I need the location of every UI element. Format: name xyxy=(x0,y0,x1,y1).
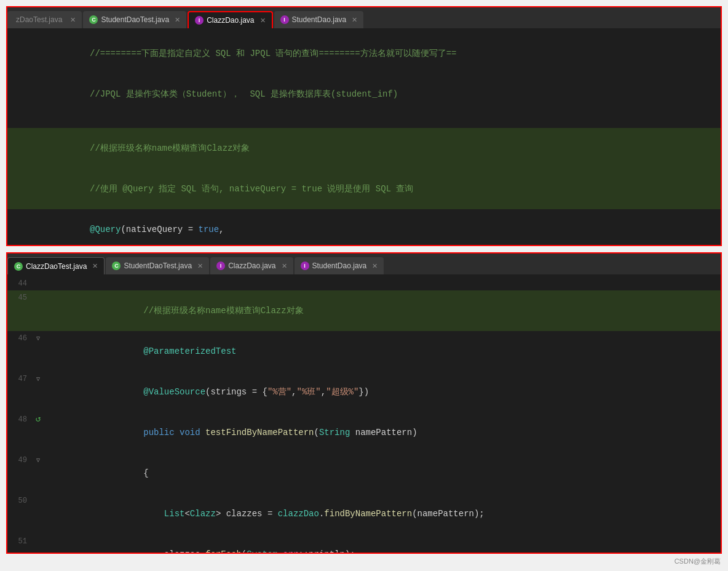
tab-icon-clazzdaotest: C xyxy=(14,262,23,271)
code-line-49: 49 ▽ { xyxy=(7,453,721,493)
line-num-45: 45 xyxy=(7,291,32,305)
code-content-6: @Query(nativeQuery = true, xyxy=(32,209,721,245)
tab-close-studentdaotest-top[interactable]: ✕ xyxy=(175,16,180,24)
tab-studentdaotest-top[interactable]: C StudentDaoTest.java ✕ xyxy=(83,11,186,28)
tab-icon-studentdaotest-top: C xyxy=(89,15,98,24)
tab-icon-clazzdao-bot: I xyxy=(216,262,225,270)
tab-label-studentdao-bot: StudentDao.java xyxy=(312,262,367,270)
code-line-47: 47 ▽ @ValueSource(strings = {"%营","%班","… xyxy=(7,372,721,412)
tab-close-zdaotest[interactable]: ✕ xyxy=(70,16,76,24)
gutter-47: ▽ xyxy=(32,373,44,386)
comment-2: //JPQL 是操作实体类（Student）， SQL 是操作数据库表(stud… xyxy=(90,89,398,99)
code-line-46: 46 ▽ @ParameterizedTest xyxy=(7,331,721,372)
code-line-51: 51 clazzes.forEach(System.err::println); xyxy=(7,534,721,553)
tab-close-studentdao-bot[interactable]: ✕ xyxy=(372,262,378,270)
gutter-46: ▽ xyxy=(32,332,44,346)
gutter-48: ↺ xyxy=(32,412,44,426)
top-tab-bar: zDaoTest.java ✕ C StudentDaoTest.java ✕ … xyxy=(7,7,721,28)
fold-icon-47: ▽ xyxy=(36,373,40,386)
comment-1: //========下面是指定自定义 SQL 和 JPQL 语句的查询=====… xyxy=(90,49,456,58)
fold-icon-49: ▽ xyxy=(36,454,40,468)
tab-clazzdaotest[interactable]: C ClazzDaoTest.java ✕ xyxy=(7,257,105,274)
code-line-5: //使用 @Query 指定 SQL 语句, nativeQuery = tru… xyxy=(7,169,721,209)
line-num-47: 47 xyxy=(7,372,32,386)
tab-studentdao-bot[interactable]: I StudentDao.java ✕ xyxy=(295,257,384,274)
code-content-5: //使用 @Query 指定 SQL 语句, nativeQuery = tru… xyxy=(32,169,721,209)
fold-icon-46: ▽ xyxy=(36,332,40,346)
code-line-48: 48 ↺ public void testFindByNamePattern(S… xyxy=(7,412,721,453)
bottom-tab-bar: C ClazzDaoTest.java ✕ C StudentDaoTest.j… xyxy=(7,254,721,274)
code-line-50: 50 List<Clazz> clazzes = clazzDao.findBy… xyxy=(7,493,721,534)
line-num-51: 51 xyxy=(7,535,32,548)
code-line-1: //========下面是指定自定义 SQL 和 JPQL 语句的查询=====… xyxy=(7,33,721,74)
tab-zdaotest[interactable]: zDaoTest.java ✕ xyxy=(7,11,82,28)
comment-5: //使用 @Query 指定 SQL 语句, nativeQuery = tru… xyxy=(90,184,413,194)
tab-clazzdao-top[interactable]: I ClazzDao.java ✕ xyxy=(188,11,272,28)
tab-icon-studentdaotest-bot: C xyxy=(112,262,121,270)
tab-icon-studentdao-top: I xyxy=(280,15,289,24)
code-content-51: clazzes.forEach(System.err::println); xyxy=(44,534,721,553)
code-line-44: 44 xyxy=(7,277,721,290)
code-content-1: //========下面是指定自定义 SQL 和 JPQL 语句的查询=====… xyxy=(32,33,721,74)
line-num-46: 46 xyxy=(7,332,32,345)
tab-close-studentdaotest-bot[interactable]: ✕ xyxy=(197,262,203,270)
code-content-4: //根据班级名称name模糊查询Clazz对象 xyxy=(32,128,721,169)
line-num-44: 44 xyxy=(7,277,32,290)
code-line-4: //根据班级名称name模糊查询Clazz对象 xyxy=(7,128,721,169)
code-content-48: public void testFindByNamePattern(String… xyxy=(44,412,721,453)
bottom-panel: C ClazzDaoTest.java ✕ C StudentDaoTest.j… xyxy=(6,252,722,554)
annotation-query: @Query xyxy=(90,225,121,234)
bottom-code-area: 44 45 //根据班级名称name模糊查询Clazz对象 46 ▽ xyxy=(7,274,721,553)
line-num-50: 50 xyxy=(7,494,32,508)
tab-label-studentdaotest-bot: StudentDaoTest.java xyxy=(124,262,192,270)
tab-close-clazzdaotest[interactable]: ✕ xyxy=(92,262,98,270)
watermark: CSDN@金刚葛 xyxy=(675,557,721,566)
tab-label-clazzdao-top: ClazzDao.java xyxy=(207,16,254,25)
tab-close-clazzdao-bot[interactable]: ✕ xyxy=(282,262,287,270)
tab-studentdao-top[interactable]: I StudentDao.java ✕ xyxy=(274,11,364,28)
top-panel: zDaoTest.java ✕ C StudentDaoTest.java ✕ … xyxy=(6,6,722,246)
line-num-48: 48 xyxy=(7,413,32,426)
tab-close-studentdao-top[interactable]: ✕ xyxy=(352,16,357,24)
tab-close-clazzdao-top[interactable]: ✕ xyxy=(260,17,266,25)
tab-label-studentdao-top: StudentDao.java xyxy=(292,15,347,24)
tab-studentdaotest-bot[interactable]: C StudentDaoTest.java ✕ xyxy=(106,257,209,274)
comment-4: //根据班级名称name模糊查询Clazz对象 xyxy=(90,143,250,153)
code-content-2: //JPQL 是操作实体类（Student）， SQL 是操作数据库表(stud… xyxy=(32,74,721,114)
tab-label-clazzdao-bot: ClazzDao.java xyxy=(228,262,275,270)
tab-label-clazzdaotest: ClazzDaoTest.java xyxy=(26,262,87,271)
tab-clazzdao-bot[interactable]: I ClazzDao.java ✕ xyxy=(210,257,293,274)
tab-icon-clazzdao-top: I xyxy=(195,16,204,25)
code-content-45: //根据班级名称name模糊查询Clazz对象 xyxy=(44,290,721,331)
code-content-46: @ParameterizedTest xyxy=(44,331,721,372)
code-content-49: { xyxy=(44,453,721,493)
gutter-49: ▽ xyxy=(32,454,44,468)
line-num-49: 49 xyxy=(7,453,32,467)
tab-overflow-label: zDaoTest.java xyxy=(14,15,65,24)
code-content-47: @ValueSource(strings = {"%营","%班","超级%"}… xyxy=(44,372,721,412)
run-icon-48[interactable]: ↺ xyxy=(36,412,41,426)
code-line-6: @Query(nativeQuery = true, xyxy=(7,209,721,245)
code-content-50: List<Clazz> clazzes = clazzDao.findByNam… xyxy=(44,493,721,534)
tab-label-studentdaotest-top: StudentDaoTest.java xyxy=(101,15,169,24)
tab-icon-studentdao-bot: I xyxy=(301,262,309,270)
code-line-45: 45 //根据班级名称name模糊查询Clazz对象 xyxy=(7,290,721,331)
code-line-2: //JPQL 是操作实体类（Student）， SQL 是操作数据库表(stud… xyxy=(7,74,721,114)
top-code-area: //========下面是指定自定义 SQL 和 JPQL 语句的查询=====… xyxy=(7,28,721,245)
code-line-3 xyxy=(7,114,721,128)
